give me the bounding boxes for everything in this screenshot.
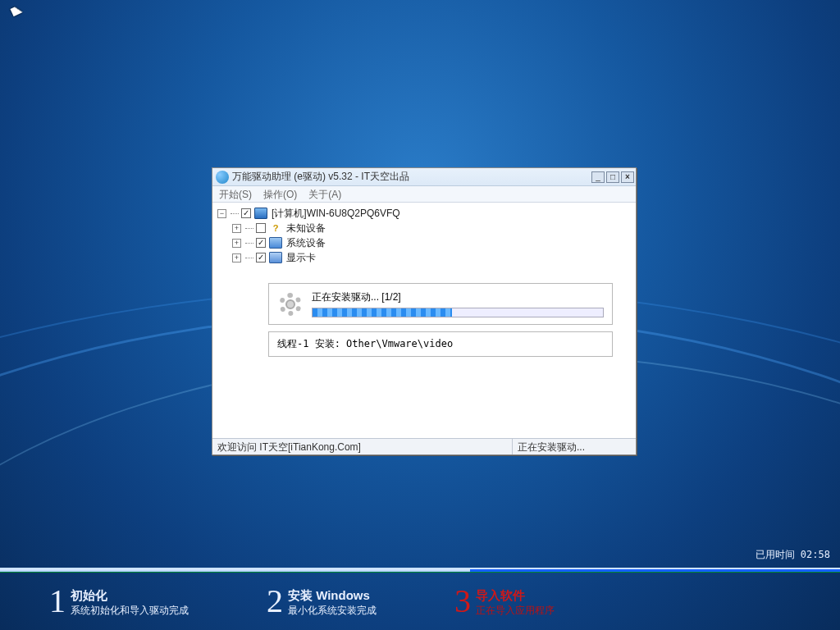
step-title: 导入软件 bbox=[476, 588, 555, 604]
titlebar[interactable]: 万能驱动助理 (e驱动) v5.32 - IT天空出品 _ □ × bbox=[212, 168, 636, 186]
maximize-button[interactable]: □ bbox=[606, 171, 619, 183]
tree-item-label: 系统设备 bbox=[286, 236, 326, 250]
status-left: 欢迎访问 IT天空[iTianKong.Com] bbox=[212, 439, 513, 454]
gear-icon bbox=[277, 291, 304, 317]
app-icon bbox=[216, 171, 229, 184]
step-title: 初始化 bbox=[71, 588, 189, 604]
cursor bbox=[10, 5, 22, 16]
thread-status-text: 线程-1 安装: Other\Vmware\video bbox=[277, 338, 453, 349]
menu-operate[interactable]: 操作(O) bbox=[263, 188, 297, 200]
elapsed-time: 已用时间 02:58 bbox=[756, 548, 830, 562]
tree-item-display[interactable]: + ✓ 显示卡 bbox=[217, 250, 631, 265]
step-subtitle: 正在导入应用程序 bbox=[476, 604, 555, 618]
menu-start[interactable]: 开始(S) bbox=[219, 188, 252, 200]
status-right: 正在安装驱动... bbox=[513, 439, 636, 454]
tree-item-label: 未知设备 bbox=[286, 221, 326, 235]
checkbox[interactable] bbox=[256, 223, 266, 233]
statusbar: 欢迎访问 IT天空[iTianKong.Com] 正在安装驱动... bbox=[212, 438, 636, 454]
expand-icon[interactable]: + bbox=[232, 224, 241, 233]
step-subtitle: 系统初始化和导入驱动完成 bbox=[71, 604, 189, 618]
computer-icon bbox=[254, 208, 267, 219]
tree-item-label: 显示卡 bbox=[286, 251, 316, 265]
install-status-text: 正在安装驱动... [1/2] bbox=[312, 290, 604, 304]
overall-progress-bar bbox=[0, 568, 840, 573]
install-progress-fill bbox=[313, 308, 452, 317]
thread-status-box: 线程-1 安装: Other\Vmware\video bbox=[268, 331, 613, 357]
display-icon bbox=[269, 252, 282, 263]
step-title: 安装 Windows bbox=[288, 588, 377, 604]
menubar: 开始(S) 操作(O) 关于(A) bbox=[212, 186, 636, 203]
step-subtitle: 最小化系统安装完成 bbox=[288, 604, 377, 618]
tree-item-unknown[interactable]: + 未知设备 bbox=[217, 221, 631, 235]
close-button[interactable]: × bbox=[621, 171, 634, 183]
checkbox[interactable]: ✓ bbox=[241, 208, 251, 218]
expand-icon[interactable]: + bbox=[232, 253, 241, 262]
step-number: 2 bbox=[267, 585, 283, 618]
checkbox[interactable]: ✓ bbox=[256, 238, 266, 248]
install-progress-box: 正在安装驱动... [1/2] bbox=[268, 283, 613, 325]
install-steps: 1 初始化 系统初始化和导入驱动完成 2 安装 Windows 最小化系统安装完… bbox=[0, 578, 840, 623]
tree-item-system[interactable]: + ✓ 系统设备 bbox=[217, 235, 631, 250]
menu-about[interactable]: 关于(A) bbox=[308, 188, 341, 200]
driver-install-dialog: 万能驱动助理 (e驱动) v5.32 - IT天空出品 _ □ × 开始(S) … bbox=[212, 167, 637, 455]
device-tree: − ✓ [计算机]WIN-6U8Q2PQ6VFQ + 未知设备 + ✓ 系统设备… bbox=[212, 203, 636, 268]
checkbox[interactable]: ✓ bbox=[256, 253, 266, 262]
step-3-import-software: 3 导入软件 正在导入应用程序 bbox=[454, 585, 555, 618]
overall-progress-fill bbox=[0, 569, 470, 572]
minimize-button[interactable]: _ bbox=[591, 171, 605, 183]
tree-root[interactable]: − ✓ [计算机]WIN-6U8Q2PQ6VFQ bbox=[217, 206, 631, 221]
tree-root-label: [计算机]WIN-6U8Q2PQ6VFQ bbox=[272, 207, 400, 221]
step-1-init: 1 初始化 系统初始化和导入驱动完成 bbox=[49, 585, 189, 618]
expand-icon[interactable]: − bbox=[217, 209, 226, 218]
step-2-install-windows: 2 安装 Windows 最小化系统安装完成 bbox=[267, 585, 377, 618]
step-number: 1 bbox=[49, 585, 66, 618]
install-progress-bar bbox=[312, 308, 604, 317]
system-device-icon bbox=[269, 237, 282, 249]
step-number: 3 bbox=[454, 585, 471, 618]
window-title: 万能驱动助理 (e驱动) v5.32 - IT天空出品 bbox=[232, 170, 591, 184]
expand-icon[interactable]: + bbox=[232, 239, 241, 248]
unknown-device-icon bbox=[269, 222, 282, 234]
